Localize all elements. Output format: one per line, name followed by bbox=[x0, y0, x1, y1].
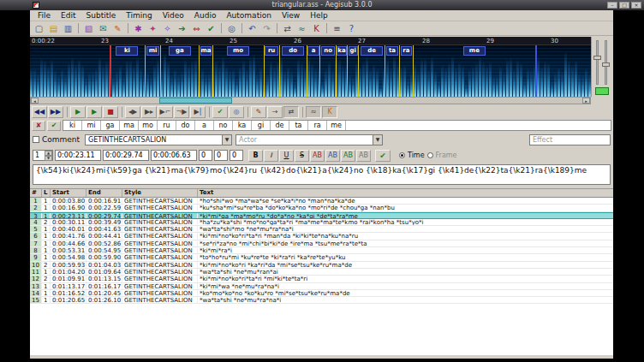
karaoke-syllable-mo[interactable]: mo bbox=[139, 121, 158, 130]
subtitle-row-14[interactable]: 1410:01:16.520:01:20.45GETINTHECARTSALIO… bbox=[30, 290, 613, 297]
maximize-button[interactable]: □ bbox=[619, 2, 629, 9]
comment-checkbox[interactable] bbox=[33, 136, 39, 143]
open-subtitles-icon[interactable]: ▤ bbox=[46, 22, 61, 35]
menu-help[interactable]: Help bbox=[305, 10, 333, 21]
options-icon[interactable]: ≡ bbox=[330, 22, 344, 35]
spell-checker-icon[interactable]: ✔ bbox=[204, 22, 218, 35]
fonts-collector-icon[interactable]: ✎ bbox=[110, 22, 125, 35]
subtitle-row-4[interactable]: 420:00:30.110:00:39.49GETINTHECARTSALION… bbox=[30, 219, 613, 226]
styling-assistant-icon[interactable]: ✧ bbox=[160, 22, 175, 35]
translation-assistant-icon[interactable]: ➔ bbox=[175, 22, 189, 35]
karaoke-syllable-ma[interactable]: ma bbox=[120, 121, 139, 130]
karaoke-syllable-ra[interactable]: ra bbox=[308, 121, 327, 130]
redo-icon[interactable]: ↷ bbox=[259, 22, 274, 35]
kanji-timer-icon[interactable]: K bbox=[309, 22, 324, 35]
karaoke-section-no[interactable]: no bbox=[319, 45, 335, 97]
karaoke-syllable-do[interactable]: do bbox=[176, 121, 195, 130]
frame-radio[interactable] bbox=[427, 152, 433, 158]
shadow-color-button[interactable]: AB bbox=[356, 150, 371, 162]
menu-automation[interactable]: Automation bbox=[221, 10, 276, 21]
subtitle-row-11[interactable]: 1110:01:04.200:01:09.64GETINTHECARTSALIO… bbox=[30, 269, 613, 276]
karaoke-mode-toggle[interactable]: K bbox=[322, 106, 337, 118]
resample-resolution-icon[interactable]: ⇔ bbox=[189, 22, 204, 35]
strikeout-button[interactable]: S bbox=[295, 150, 309, 162]
karaoke-split-toggle[interactable] bbox=[595, 87, 609, 95]
audio-horizontal-scrollbar[interactable]: ◂ ▸ bbox=[30, 97, 591, 104]
auto-scroll-toggle[interactable]: ⇄ bbox=[283, 106, 299, 118]
menu-edit[interactable]: Edit bbox=[56, 10, 80, 21]
karaoke-syllable-ki[interactable]: ki bbox=[63, 121, 82, 130]
auto-commit-toggle[interactable]: ✎ bbox=[251, 106, 266, 118]
properties-icon[interactable]: ▧ bbox=[81, 22, 96, 35]
next-line-button[interactable]: ▶▶ bbox=[48, 106, 63, 118]
play-first-500ms-button[interactable]: ▶⌐ bbox=[158, 106, 173, 118]
timing-postprocessor-icon[interactable]: ≈ bbox=[295, 22, 309, 35]
save-subtitles-icon[interactable]: ▥ bbox=[61, 22, 75, 35]
play-500ms-before-button[interactable]: ◂▶ bbox=[125, 106, 140, 118]
chevron-down-icon[interactable]: ▼ bbox=[222, 135, 231, 145]
volume-handle[interactable] bbox=[602, 62, 610, 67]
cancel-split-button[interactable]: ✘ bbox=[32, 121, 45, 131]
minimize-button[interactable]: – bbox=[607, 2, 617, 9]
layer-spinner[interactable]: 1 ▲ ▼ bbox=[33, 150, 53, 161]
karaoke-syllable-no[interactable]: no bbox=[214, 121, 233, 130]
menu-view[interactable]: View bbox=[277, 10, 305, 21]
go-to-selection-button[interactable]: ◎ bbox=[229, 106, 244, 118]
italic-button[interactable]: I bbox=[264, 150, 278, 162]
subtitle-row-12[interactable]: 1220:01:09.910:01:13.15GETINTHECARTSALIO… bbox=[30, 276, 613, 282]
vertical-zoom-handle[interactable] bbox=[593, 56, 601, 60]
karaoke-syllable-de[interactable]: de bbox=[271, 121, 289, 130]
spinner-down-icon[interactable]: ▼ bbox=[45, 156, 52, 161]
menu-video[interactable]: Video bbox=[158, 10, 189, 21]
menu-timing[interactable]: Timing bbox=[121, 10, 157, 21]
bold-button[interactable]: B bbox=[248, 150, 263, 162]
scroll-right-arrow[interactable]: ▸ bbox=[582, 98, 590, 104]
karaoke-section-mi[interactable]: mi bbox=[145, 45, 160, 97]
karaoke-section-mo[interactable]: mo bbox=[212, 45, 264, 97]
karaoke-section-gi[interactable]: gi bbox=[347, 45, 358, 97]
play-to-end-button[interactable]: ▶| bbox=[190, 106, 206, 118]
stop-playback-button[interactable]: ■ bbox=[103, 106, 118, 118]
effect-field[interactable] bbox=[529, 134, 611, 145]
find-icon[interactable]: ◎ bbox=[224, 22, 239, 35]
audio-display[interactable]: 0:00:222324252627282930 kimigamamorudoan… bbox=[30, 37, 591, 97]
karaoke-section-do[interactable]: do bbox=[279, 45, 307, 97]
margin-left-field[interactable] bbox=[199, 150, 212, 161]
subtitle-row-8[interactable]: 810:00:53.310:00:54.95GETINTHECARTSALION… bbox=[30, 247, 613, 254]
selection-start-marker[interactable] bbox=[110, 45, 111, 97]
subtitle-text-editor[interactable]: {\k54}ki{\k24}mi{\k59}ga {\k21}ma{\k79}m… bbox=[33, 164, 611, 185]
subtitle-row-13[interactable]: 1310:01:13.170:01:16.17GETINTHECARTSALIO… bbox=[30, 283, 613, 290]
karaoke-section-ra[interactable]: ra bbox=[399, 45, 413, 97]
attachments-icon[interactable]: ✉ bbox=[96, 22, 110, 35]
scrollbar-thumb[interactable] bbox=[159, 98, 232, 104]
new-subtitles-icon[interactable]: ▢ bbox=[32, 22, 46, 35]
duration-field[interactable] bbox=[151, 150, 197, 161]
karaoke-syllable-ru[interactable]: ru bbox=[158, 121, 176, 130]
play-500ms-after-button[interactable]: ▶▸ bbox=[141, 106, 157, 118]
auto-next-toggle[interactable]: → bbox=[267, 106, 283, 118]
close-button[interactable]: × bbox=[631, 2, 641, 9]
subtitle-row-10[interactable]: 1020:00:59.930:01:04.03GETINTHECARTSALIO… bbox=[30, 262, 613, 269]
margin-vertical-field[interactable] bbox=[230, 150, 243, 161]
outline-color-button[interactable]: AB bbox=[341, 150, 355, 162]
spectrogram[interactable]: kimigamamorudoanokagidetarame bbox=[30, 45, 591, 97]
karaoke-section-ma[interactable]: ma bbox=[199, 45, 212, 97]
end-time-field[interactable] bbox=[103, 150, 149, 161]
play-last-500ms-button[interactable]: ¬▶ bbox=[174, 106, 189, 118]
actor-dropdown[interactable]: Actor ▼ bbox=[236, 134, 383, 145]
commit-changes-button[interactable]: ✔ bbox=[212, 106, 228, 118]
subtitle-row-7[interactable]: 710:00:44.660:00:52.86GETINTHECARTSALION… bbox=[30, 240, 613, 247]
commit-edit-button[interactable]: ✔ bbox=[375, 150, 391, 162]
karaoke-section-ta[interactable]: ta bbox=[385, 45, 399, 97]
karaoke-section-de[interactable]: de bbox=[358, 45, 385, 97]
time-radio[interactable] bbox=[399, 152, 405, 158]
margin-right-field[interactable] bbox=[214, 150, 228, 161]
selection-end-marker[interactable] bbox=[535, 45, 537, 97]
spectrum-analyzer-toggle[interactable]: ≈ bbox=[306, 106, 321, 118]
menu-audio[interactable]: Audio bbox=[189, 10, 222, 21]
karaoke-section-ru[interactable]: ru bbox=[264, 45, 279, 97]
help-icon[interactable]: ? bbox=[344, 22, 359, 35]
scroll-left-arrow[interactable]: ◂ bbox=[31, 98, 39, 104]
chevron-down-icon[interactable]: ▼ bbox=[373, 135, 382, 145]
undo-icon[interactable]: ↶ bbox=[245, 22, 259, 35]
